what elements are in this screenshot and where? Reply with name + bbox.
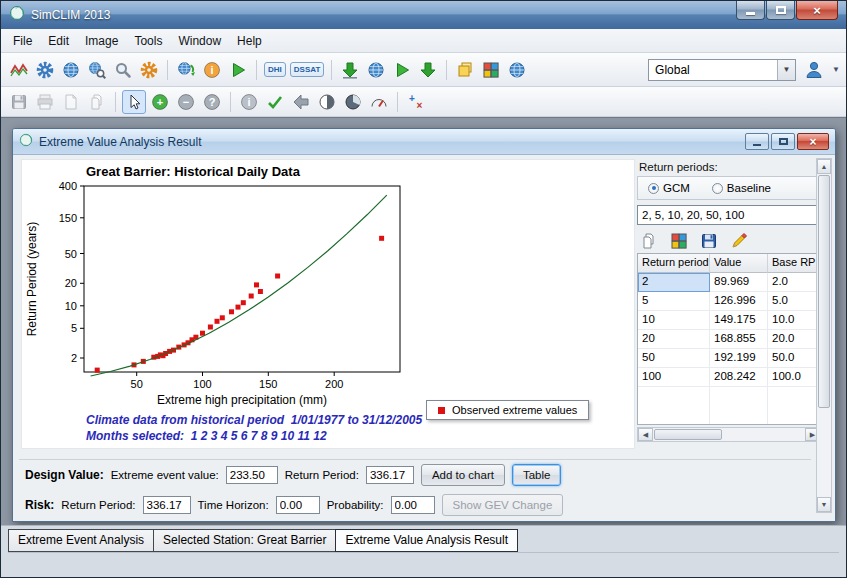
scroll-up-icon[interactable]: ▲ (817, 159, 831, 174)
menu-item-file[interactable]: File (5, 31, 40, 51)
table-cell[interactable]: 5 (638, 292, 710, 311)
chevron-down-icon[interactable]: ▼ (777, 60, 795, 80)
table-button[interactable]: Table (512, 464, 562, 486)
zoom-out-icon[interactable]: − (174, 90, 198, 114)
table-cell[interactable]: 2.0 (768, 273, 820, 292)
download-icon[interactable] (416, 58, 440, 82)
table-cell[interactable]: 20 (638, 330, 710, 349)
table-cell[interactable]: 50.0 (768, 349, 820, 368)
close-button[interactable]: × (796, 1, 838, 20)
copy-table-icon[interactable] (639, 231, 659, 251)
world-map-icon[interactable] (59, 58, 83, 82)
menu-item-help[interactable]: Help (229, 31, 270, 51)
table-cell[interactable]: 10 (638, 311, 710, 330)
save-icon[interactable] (7, 90, 31, 114)
scenario-gear-icon[interactable] (33, 58, 57, 82)
edit-values-icon[interactable] (729, 231, 749, 251)
radio-label: Baseline (727, 182, 771, 194)
zoom-in-icon[interactable]: + (148, 90, 172, 114)
add-to-chart-button[interactable]: Add to chart (421, 464, 505, 486)
vscroll-track[interactable] (817, 174, 831, 497)
timeseries-chart-icon[interactable] (7, 58, 31, 82)
time-horizon-input[interactable] (276, 496, 320, 514)
table-cell[interactable]: 208.242 (710, 368, 768, 387)
notes-icon[interactable] (453, 58, 477, 82)
settings-gear-icon[interactable] (137, 58, 161, 82)
legend-colors-icon[interactable] (479, 58, 503, 82)
table-cell[interactable]: 10.0 (768, 311, 820, 330)
table-cell[interactable]: 192.199 (710, 349, 768, 368)
globe-view-icon[interactable] (505, 58, 529, 82)
print-icon[interactable] (33, 90, 57, 114)
user-menu-chevron-icon[interactable]: ▼ (832, 65, 840, 74)
hscroll-track[interactable] (653, 428, 805, 441)
copy-icon[interactable] (85, 90, 109, 114)
radio-gcm[interactable]: GCM (648, 182, 690, 194)
table-hscrollbar[interactable]: ◀ ▶ (637, 427, 821, 442)
menu-item-tools[interactable]: Tools (126, 31, 170, 51)
table-cell[interactable]: 100 (638, 368, 710, 387)
import-data-icon[interactable] (338, 58, 362, 82)
site-info-icon[interactable]: i (200, 58, 224, 82)
help-icon[interactable]: ? (200, 90, 224, 114)
probability-input[interactable] (391, 496, 435, 514)
return-periods-input[interactable] (637, 205, 821, 225)
titlebar[interactable]: SimCLIM 2013 × (1, 1, 846, 29)
table-cell[interactable]: 20.0 (768, 330, 820, 349)
column-header[interactable]: Return period (638, 254, 710, 273)
run-analysis-icon[interactable] (226, 58, 250, 82)
tab-selected-station-great-barrier[interactable]: Selected Station: Great Barrier (153, 529, 336, 552)
minimize-button[interactable] (736, 1, 765, 20)
child-minimize-button[interactable] (745, 133, 769, 150)
region-select[interactable]: Global ▼ (648, 59, 796, 81)
menu-item-image[interactable]: Image (77, 31, 126, 51)
dhi-model-badge[interactable]: DHI (264, 62, 286, 77)
menu-item-window[interactable]: Window (170, 31, 229, 51)
table-cell[interactable]: 168.855 (710, 330, 768, 349)
child-maximize-button[interactable] (771, 133, 795, 150)
table-cell[interactable]: 100.0 (768, 368, 820, 387)
menu-item-edit[interactable]: Edit (40, 31, 77, 51)
vscroll-thumb[interactable] (818, 175, 830, 408)
table-cell[interactable]: 149.175 (710, 311, 768, 330)
area-explore-icon[interactable] (85, 58, 109, 82)
undo-icon[interactable] (289, 90, 313, 114)
risk-return-period-input[interactable] (143, 496, 191, 514)
maximize-button[interactable] (766, 1, 795, 20)
run-scenario-icon[interactable] (390, 58, 414, 82)
info-icon[interactable]: i (237, 90, 261, 114)
tab-extreme-event-analysis[interactable]: Extreme Event Analysis (8, 529, 154, 552)
contrast-icon[interactable] (315, 90, 339, 114)
tab-extreme-value-analysis-result[interactable]: Extreme Value Analysis Result (335, 529, 518, 552)
table-cell[interactable]: 2 (638, 273, 710, 292)
column-header[interactable]: Value (710, 254, 768, 273)
dssat-model-badge[interactable]: DSSAT (290, 62, 325, 77)
child-titlebar[interactable]: Extreme Value Analysis Result × (13, 129, 835, 155)
grid-edit-icon[interactable]: +× (404, 90, 428, 114)
column-header[interactable]: Base RP (768, 254, 820, 273)
globe-data-icon[interactable] (364, 58, 388, 82)
compute-table-icon[interactable] (669, 231, 689, 251)
show-gev-change-button[interactable]: Show GEV Change (442, 494, 564, 516)
gauge-icon[interactable] (367, 90, 391, 114)
new-document-icon[interactable] (59, 90, 83, 114)
zoom-tool-icon[interactable] (111, 58, 135, 82)
radio-baseline[interactable]: Baseline (712, 182, 771, 194)
pie-chart-icon[interactable] (341, 90, 365, 114)
extreme-event-value-input[interactable] (226, 466, 278, 484)
save-table-icon[interactable] (699, 231, 719, 251)
select-cursor-icon[interactable] (122, 90, 146, 114)
design-return-period-input[interactable] (366, 466, 414, 484)
hscroll-thumb[interactable] (654, 429, 722, 440)
verify-icon[interactable] (263, 90, 287, 114)
scroll-down-icon[interactable]: ▼ (817, 497, 831, 512)
child-close-button[interactable]: × (797, 133, 829, 150)
table-cell[interactable]: 126.996 (710, 292, 768, 311)
scroll-left-icon[interactable]: ◀ (638, 428, 653, 441)
table-cell[interactable]: 5.0 (768, 292, 820, 311)
globe-refresh-icon[interactable] (174, 58, 198, 82)
user-profile-icon[interactable] (802, 58, 826, 82)
table-cell[interactable]: 50 (638, 349, 710, 368)
table-cell[interactable]: 89.969 (710, 273, 768, 292)
child-vscrollbar[interactable]: ▲ ▼ (816, 158, 832, 513)
